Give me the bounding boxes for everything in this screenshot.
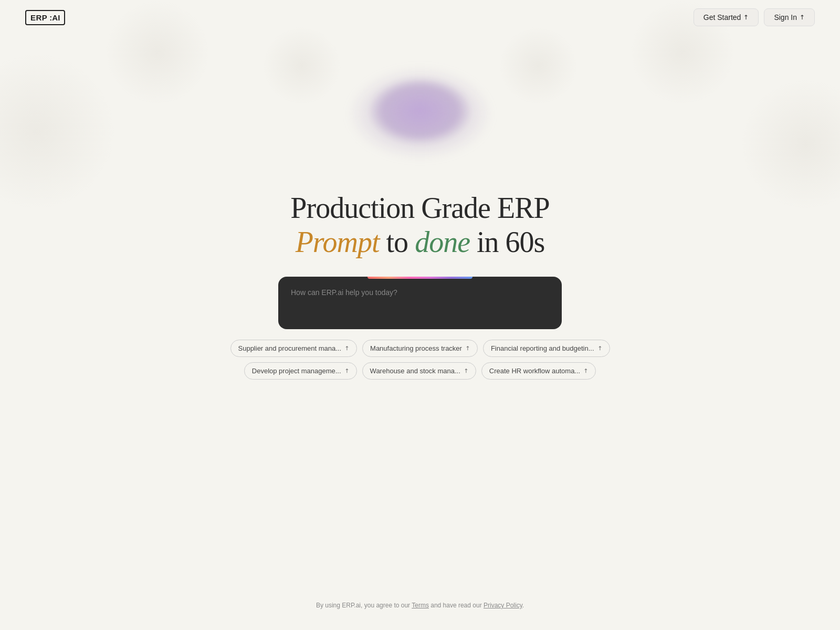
footer-privacy-link[interactable]: Privacy Policy [484,602,522,609]
hero-title-line2: Prompt to done in 60s [290,225,549,260]
chip-manufacturing-arrow-icon: ↗ [464,344,472,353]
footer: By using ERP.ai, you agree to our Terms … [0,602,840,609]
prompt-word: Prompt [296,226,380,258]
chip-supplier[interactable]: Supplier and procurement mana... ↗ [230,340,358,357]
nav-buttons: Get Started ↗ Sign In ↗ [694,8,815,26]
logo: ERP :AI [25,10,65,25]
hero-title-suffix: in 60s [470,226,544,258]
logo-erp-text: ERP [30,13,47,22]
chip-project[interactable]: Develop project manageme... ↗ [244,362,357,380]
chip-financial-arrow-icon: ↗ [595,344,604,353]
hero-title: Production Grade ERP Prompt to done in 6… [290,192,549,260]
navbar: ERP :AI Get Started ↗ Sign In ↗ [0,0,840,35]
hero-blob [336,66,504,171]
chip-hr[interactable]: Create HR workflow automa... ↗ [481,362,596,380]
blob-inner [368,77,472,145]
chat-gradient-bar [368,277,472,279]
chat-placeholder: How can ERP.ai help you today? [291,287,549,298]
chip-warehouse[interactable]: Warehouse and stock mana... ↗ [362,362,476,380]
chip-warehouse-arrow-icon: ↗ [462,367,470,375]
logo-box: ERP :AI [25,10,65,25]
footer-text-middle: and have read our [429,602,484,609]
chips-container: Supplier and procurement mana... ↗ Manuf… [230,340,610,380]
chips-row-2: Develop project manageme... ↗ Warehouse … [244,362,596,380]
footer-text-after: . [522,602,524,609]
sign-in-arrow-icon: ↗ [798,13,807,22]
done-word: done [415,226,470,258]
chip-hr-arrow-icon: ↗ [582,367,590,375]
chip-manufacturing[interactable]: Manufacturing process tracker ↗ [362,340,478,357]
hero-content: Production Grade ERP Prompt to done in 6… [230,66,610,390]
chip-project-arrow-icon: ↗ [342,367,351,375]
chat-container[interactable]: How can ERP.ai help you today? [278,277,562,329]
sign-in-button[interactable]: Sign In ↗ [764,8,815,26]
chips-row-1: Supplier and procurement mana... ↗ Manuf… [230,340,610,357]
logo-ai-text: :AI [49,13,60,22]
footer-terms-link[interactable]: Terms [412,602,429,609]
hero-title-to: to [380,226,415,258]
get-started-arrow-icon: ↗ [742,13,751,22]
chip-supplier-arrow-icon: ↗ [343,344,351,353]
chip-financial[interactable]: Financial reporting and budgetin... ↗ [483,340,610,357]
hero-title-line1: Production Grade ERP [290,192,549,225]
hero-section: Production Grade ERP Prompt to done in 6… [0,35,840,390]
get-started-button[interactable]: Get Started ↗ [694,8,759,26]
footer-text-before: By using ERP.ai, you agree to our [316,602,412,609]
